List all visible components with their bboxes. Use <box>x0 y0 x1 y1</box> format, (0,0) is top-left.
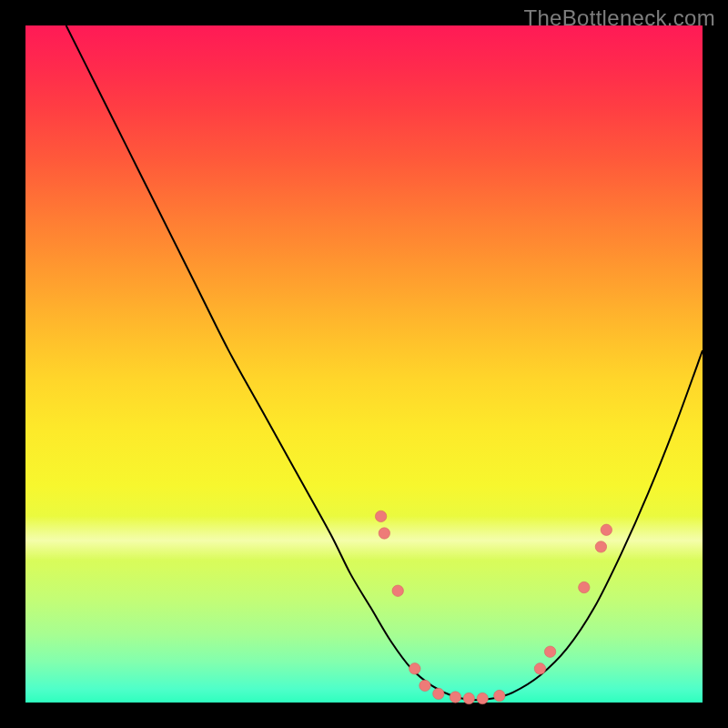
curve-markers <box>375 511 612 704</box>
curve-marker <box>379 528 389 539</box>
curve-marker <box>477 693 488 703</box>
curve-layer <box>25 25 703 703</box>
bottleneck-curve <box>66 25 703 700</box>
plot-area <box>25 25 703 703</box>
curve-marker <box>494 690 505 701</box>
curve-marker <box>420 680 430 691</box>
curve-marker <box>463 693 474 703</box>
curve-marker <box>534 663 545 674</box>
curve-marker <box>375 511 386 521</box>
curve-marker <box>450 692 460 703</box>
curve-marker <box>595 541 606 552</box>
chart-frame: TheBottleneck.com <box>0 0 728 728</box>
curve-marker <box>392 585 403 596</box>
watermark-text: TheBottleneck.com <box>523 5 715 31</box>
curve-marker <box>410 663 420 674</box>
curve-marker <box>433 688 444 699</box>
curve-marker <box>579 581 590 592</box>
curve-marker <box>601 524 612 535</box>
curve-marker <box>544 646 555 657</box>
